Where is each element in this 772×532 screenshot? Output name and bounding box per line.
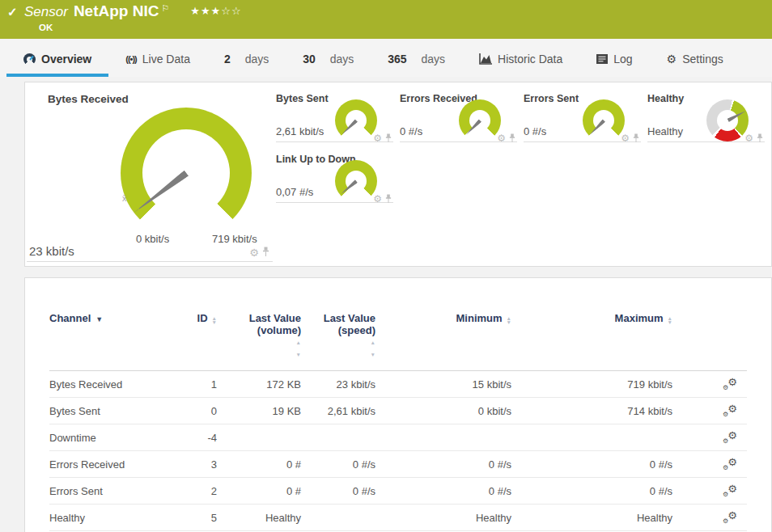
- last-value-volume: Healthy: [217, 512, 301, 524]
- gauge-settings-icon[interactable]: ⚙: [373, 133, 382, 143]
- tab-label: Settings: [682, 53, 723, 65]
- channel-name[interactable]: Bytes Received: [49, 378, 172, 391]
- sensor-header: ✓ Sensor NetApp NIC ⚐ ★★★☆☆ OK: [0, 0, 772, 39]
- gauge-settings-icon[interactable]: ⚙: [621, 133, 630, 143]
- maximum-value: 714 kbit/s: [511, 405, 672, 417]
- sort-desc-icon[interactable]: ▼: [95, 315, 103, 323]
- live-data-icon: ((•)): [125, 54, 137, 64]
- minimum-value: 0 kbit/s: [375, 405, 511, 417]
- last-value-volume: 172 KB: [217, 378, 301, 391]
- column-header-id[interactable]: ID▲▼: [172, 312, 217, 324]
- channel-table-panel: Channel▼ ID▲▼ Last Value (volume)▲▼ Last…: [24, 277, 772, 532]
- small-gauge: [459, 99, 501, 141]
- flag-icon[interactable]: ⚐: [161, 3, 169, 14]
- last-value-volume: 0 #: [217, 485, 301, 497]
- channel-settings-icon[interactable]: ⚙⚙: [723, 403, 737, 416]
- table-row[interactable]: Healthy 5 Healthy Healthy Healthy ⚙⚙: [49, 505, 747, 531]
- maximum-value: 719 kbit/s: [511, 378, 672, 391]
- minimum-value: 0 #/s: [375, 485, 511, 497]
- gauge-settings-icon[interactable]: ⚙: [497, 133, 506, 143]
- tab-365-days[interactable]: 365 days: [371, 53, 462, 77]
- pin-icon[interactable]: [262, 245, 269, 260]
- gauge-cell-errors-received: Errors Received 0 #/s ⚙: [400, 91, 517, 142]
- tab-overview[interactable]: Overview: [6, 53, 108, 77]
- tab-2-days[interactable]: 2 days: [207, 53, 286, 77]
- channel-id: 5: [172, 512, 217, 524]
- tab-bar: Overview ((•)) Live Data 2 days 30 days …: [0, 39, 772, 77]
- channel-name[interactable]: Errors Sent: [49, 485, 172, 497]
- last-value-volume: 19 KB: [217, 405, 301, 417]
- table-row[interactable]: Errors Sent 2 0 # 0 #/s 0 #/s 0 #/s ⚙⚙: [49, 478, 747, 505]
- star-rating[interactable]: ★★★☆☆: [190, 5, 241, 17]
- table-row[interactable]: Bytes Sent 0 19 KB 2,61 kbit/s 0 kbit/s …: [49, 398, 747, 424]
- gauge-min-label: 0 kbit/s: [136, 233, 169, 245]
- table-row[interactable]: Bytes Received 1 172 KB 23 kbit/s 15 kbi…: [49, 371, 747, 398]
- column-header-minimum[interactable]: Minimum▲▼: [375, 312, 511, 324]
- channel-name[interactable]: Downtime: [49, 432, 172, 444]
- sort-icon[interactable]: ▲▼: [221, 336, 301, 361]
- tab-log[interactable]: Log: [579, 53, 649, 77]
- minimum-value: Healthy: [375, 512, 511, 524]
- tab-live-data[interactable]: ((•)) Live Data: [108, 53, 207, 77]
- column-header-last-value-speed[interactable]: Last Value (speed)▲▼: [301, 312, 375, 361]
- gauge-value: 2,61 kbit/s: [276, 125, 324, 137]
- sort-icon[interactable]: ▲▼: [305, 336, 375, 361]
- last-value-speed: 0 #/s: [301, 458, 375, 471]
- gauge-cell-link-up-to-down: Link Up to Down 0,07 #/s ⚙: [276, 151, 393, 203]
- primary-gauge-title: Bytes Received: [48, 93, 129, 105]
- channel-name[interactable]: Healthy: [49, 512, 172, 524]
- column-header-last-value-volume[interactable]: Last Value (volume)▲▼: [217, 312, 301, 361]
- pin-icon[interactable]: [385, 131, 392, 146]
- tab-historic-data[interactable]: Historic Data: [462, 53, 579, 77]
- gauge-max-label: 719 kbit/s: [212, 233, 257, 245]
- gauge-settings-icon[interactable]: ⚙: [744, 133, 753, 143]
- maximum-value: 0 #/s: [511, 458, 672, 471]
- last-value-speed: 0 #/s: [301, 485, 375, 497]
- ok-check-icon: ✓: [7, 5, 18, 19]
- gauge-cell-healthy: Healthy Healthy ⚙: [647, 91, 765, 142]
- pin-icon[interactable]: [385, 192, 392, 206]
- gauge-settings-icon[interactable]: ⚙: [373, 194, 382, 204]
- small-gauge: [335, 99, 377, 141]
- table-row[interactable]: Downtime -4 ⚙⚙: [49, 424, 747, 451]
- gauge-icon: [23, 53, 36, 65]
- tab-settings[interactable]: ⚙ Settings: [650, 53, 740, 77]
- tab-label: Overview: [41, 53, 91, 65]
- channel-id: 0: [172, 405, 217, 417]
- gauge-value: Healthy: [647, 125, 683, 137]
- gauge-value: 0,07 #/s: [276, 186, 313, 198]
- tab-30-days[interactable]: 30 days: [286, 53, 371, 77]
- channel-settings-icon[interactable]: ⚙⚙: [723, 510, 737, 523]
- status-badge: OK: [39, 23, 53, 32]
- maximum-value: Healthy: [511, 512, 672, 524]
- pin-icon[interactable]: [509, 131, 515, 146]
- column-header-channel[interactable]: Channel▼: [49, 312, 172, 324]
- minimum-value: 0 #/s: [375, 458, 511, 471]
- gauge-settings-icon[interactable]: ⚙: [249, 247, 259, 258]
- sensor-type-label: Sensor: [24, 4, 68, 20]
- small-gauge: [335, 160, 377, 202]
- channel-name[interactable]: Bytes Sent: [49, 405, 172, 417]
- historic-data-icon: [479, 53, 492, 65]
- table-row[interactable]: Errors Received 3 0 # 0 #/s 0 #/s 0 #/s …: [49, 451, 747, 478]
- channel-name[interactable]: Errors Received: [49, 458, 172, 471]
- pin-icon[interactable]: [633, 131, 639, 146]
- table-header: Channel▼ ID▲▼ Last Value (volume)▲▼ Last…: [49, 278, 747, 371]
- primary-gauge-value: 23 kbit/s: [29, 244, 74, 258]
- gauge-value: 0 #/s: [400, 125, 422, 137]
- channel-settings-icon[interactable]: ⚙⚙: [723, 483, 737, 496]
- channel-settings-icon[interactable]: ⚙⚙: [723, 377, 737, 390]
- tab-label: Log: [613, 53, 632, 65]
- channel-id: -4: [172, 432, 217, 444]
- channel-settings-icon[interactable]: ⚙⚙: [723, 430, 737, 443]
- small-gauges-grid: Bytes Sent 2,61 kbit/s ⚙ Errors Received…: [276, 91, 771, 203]
- column-header-maximum[interactable]: Maximum▲▼: [511, 312, 672, 324]
- last-value-speed: 2,61 kbit/s: [301, 405, 375, 417]
- sort-icon[interactable]: ▲▼: [668, 316, 672, 324]
- gauge-title: Healthy: [647, 93, 684, 104]
- average-marker: x̄: [122, 193, 127, 203]
- pin-icon[interactable]: [757, 131, 763, 146]
- maximum-value: 0 #/s: [511, 485, 672, 497]
- channel-settings-icon[interactable]: ⚙⚙: [723, 457, 737, 470]
- gauge-value: 0 #/s: [524, 125, 546, 137]
